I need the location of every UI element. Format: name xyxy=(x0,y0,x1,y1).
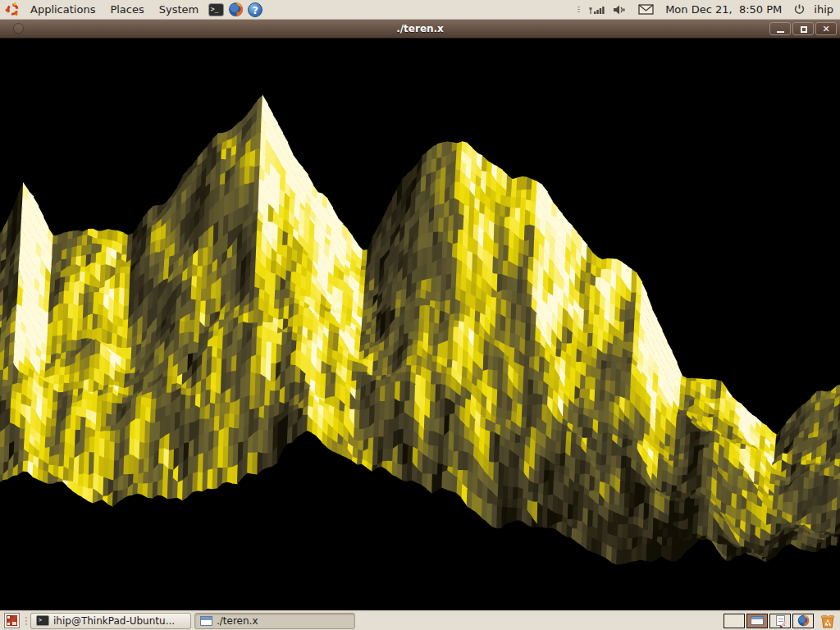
maximize-icon xyxy=(801,26,807,33)
menu-system[interactable]: System xyxy=(152,0,206,19)
trash-icon[interactable] xyxy=(819,612,837,629)
workspace-1[interactable] xyxy=(724,614,745,628)
document-editor-icon xyxy=(776,615,785,626)
task-label: ihip@ThinkPad-Ubuntu... xyxy=(53,615,175,627)
task-button-teren[interactable]: ./teren.x xyxy=(194,613,355,629)
workspace-2-active[interactable] xyxy=(746,614,768,628)
show-desktop-button[interactable] xyxy=(1,612,22,630)
firefox-icon xyxy=(797,614,810,627)
firefox-icon xyxy=(228,2,244,17)
mini-window-icon xyxy=(751,616,764,625)
terminal-launcher[interactable]: >_ xyxy=(208,2,224,18)
mail-icon[interactable] xyxy=(638,4,654,15)
firefox-launcher[interactable] xyxy=(227,2,244,18)
desktop: Applications Places System >_ ? xyxy=(0,0,840,630)
window-icon xyxy=(200,616,212,626)
top-panel: Applications Places System >_ ? xyxy=(0,0,840,20)
tasklist-grip[interactable] xyxy=(25,617,27,625)
workspace-3[interactable] xyxy=(769,614,791,628)
menu-applications[interactable]: Applications xyxy=(23,0,103,19)
terrain-render xyxy=(0,39,840,610)
opengl-viewport[interactable] xyxy=(0,39,840,610)
minimize-button[interactable] xyxy=(769,22,791,35)
window-title: ./teren.x xyxy=(0,20,840,38)
clock[interactable]: Mon Dec 21, 8:50 PM xyxy=(665,3,782,16)
power-icon[interactable] xyxy=(793,3,806,16)
bottom-panel: > ihip@ThinkPad-Ubuntu... ./teren.x xyxy=(0,610,840,630)
task-label: ./teren.x xyxy=(217,615,258,627)
workspace-4[interactable] xyxy=(792,614,814,628)
terminal-icon: > xyxy=(36,615,49,626)
close-icon: ✕ xyxy=(816,23,836,34)
user-menu[interactable]: ihip xyxy=(814,3,833,16)
minimize-icon xyxy=(777,31,784,33)
panel-grip[interactable] xyxy=(578,7,580,12)
signal-strength-icon[interactable] xyxy=(588,4,606,16)
show-desktop-icon xyxy=(5,614,19,628)
terminal-icon: >_ xyxy=(208,3,224,16)
help-launcher[interactable]: ? xyxy=(247,2,263,18)
window-titlebar[interactable]: ./teren.x ✕ xyxy=(0,20,840,39)
ubuntu-logo-icon[interactable] xyxy=(5,2,21,17)
menu-places[interactable]: Places xyxy=(103,0,151,19)
close-button[interactable]: ✕ xyxy=(815,22,837,35)
volume-icon[interactable] xyxy=(613,4,627,16)
maximize-button[interactable] xyxy=(792,22,814,35)
task-button-terminal[interactable]: > ihip@ThinkPad-Ubuntu... xyxy=(30,613,191,629)
help-icon: ? xyxy=(248,2,262,17)
